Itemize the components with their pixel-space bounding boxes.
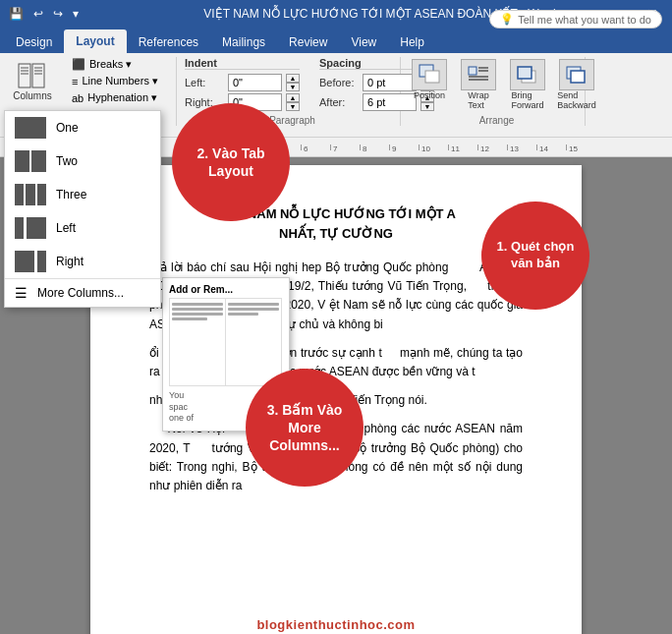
columns-group: Columns [8, 57, 57, 105]
bring-forward-icon [510, 59, 545, 90]
more-columns-item[interactable]: ☰ More Columns... [5, 278, 160, 307]
indent-left-row: Left: ▲ ▼ [185, 74, 300, 91]
svg-rect-16 [518, 67, 532, 79]
callout-1: 1. Quét chọnvăn bản [481, 202, 589, 310]
one-col-label: One [56, 121, 79, 135]
tab-help[interactable]: Help [388, 31, 436, 53]
ruler-mark: 9 [389, 144, 419, 150]
breaks-label: Breaks ▾ [89, 58, 132, 71]
preview-line [228, 308, 279, 311]
send-backward-button[interactable]: Send Backward [556, 57, 597, 112]
preview-line [228, 313, 258, 316]
columns-dropdown: One Two Three Left Right ☰ More Columns.… [4, 110, 161, 308]
arrange-label: Arrange [409, 115, 585, 126]
callout-2: 2. Vào TabLayout [172, 103, 290, 221]
preview-text-line1: You [169, 390, 184, 400]
preview-line [172, 313, 223, 316]
ruler-mark: 12 [477, 144, 507, 150]
indent-left-down[interactable]: ▼ [286, 83, 300, 91]
one-col-icon [15, 117, 46, 139]
tell-me-bar[interactable]: 💡 Tell me what you want to do [489, 10, 662, 29]
save-btn[interactable]: 💾 [6, 6, 27, 22]
indent-left-label: Left: [185, 77, 224, 88]
bring-forward-button[interactable]: Bring Forward [507, 57, 548, 112]
undo-btn[interactable]: ↩ [30, 6, 46, 22]
indent-right-up[interactable]: ▲ [286, 93, 300, 102]
breaks-button[interactable]: ⬛ Breaks ▾ [69, 57, 161, 72]
columns-three-item[interactable]: Three [5, 178, 160, 211]
wrap-text-button[interactable]: Wrap Text [458, 57, 499, 112]
send-backward-icon [559, 59, 594, 90]
wrap-text-icon [461, 59, 496, 90]
ruler-mark: 10 [419, 144, 448, 150]
line-numbers-label: Line Numbers ▾ [82, 75, 158, 87]
indent-left-spinner[interactable]: ▲ ▼ [286, 74, 300, 91]
ruler-mark: 15 [566, 144, 595, 150]
ruler-mark: 8 [360, 144, 389, 150]
indent-group: Indent Left: ▲ ▼ Right: ▲ ▼ [185, 57, 300, 111]
right-col-label: Right [56, 255, 84, 268]
tab-references[interactable]: References [127, 31, 210, 53]
hyphenation-button[interactable]: ab Hyphenation ▾ [69, 90, 161, 105]
tab-layout[interactable]: Layout [64, 29, 126, 53]
tab-review[interactable]: Review [277, 31, 339, 53]
three-col-icon [15, 184, 46, 205]
columns-one-item[interactable]: One [5, 111, 160, 144]
tooltip-title: Add or Rem... [169, 284, 283, 295]
indent-right-down[interactable]: ▼ [286, 102, 300, 111]
ribbon-tab-bar: Design Layout References Mailings Review… [0, 28, 672, 53]
more-col-label: More Columns... [37, 286, 124, 300]
svg-rect-9 [425, 71, 439, 83]
bring-forward-label: Bring Forward [511, 90, 543, 110]
indent-title: Indent [185, 57, 300, 70]
columns-label: Columns [13, 90, 51, 101]
indent-right-spinner[interactable]: ▲ ▼ [286, 93, 300, 111]
ruler-mark: 14 [536, 144, 566, 150]
tab-view[interactable]: View [339, 31, 388, 53]
indent-left-input[interactable] [228, 74, 282, 91]
indent-left-up[interactable]: ▲ [286, 74, 300, 83]
line-numbers-icon: ≡ [72, 76, 78, 87]
preview-text-line3: one of [169, 413, 194, 423]
columns-two-item[interactable]: Two [5, 144, 160, 178]
send-backward-label: Send Backward [557, 90, 596, 110]
preview-line [172, 303, 223, 306]
tell-me-text[interactable]: Tell me what you want to do [518, 14, 651, 26]
watermark: blogkienthuctinhoc.com [0, 617, 672, 632]
spacing-after-label: After: [319, 96, 359, 108]
redo-btn[interactable]: ↪ [50, 6, 66, 22]
lightbulb-icon: 💡 [500, 13, 514, 26]
callout-1-text: 1. Quét chọnvăn bản [497, 239, 575, 272]
ruler-mark: 7 [330, 144, 360, 150]
tab-design[interactable]: Design [4, 31, 64, 53]
breaks-icon: ⬛ [72, 58, 85, 71]
callout-3: 3. Bấm VàoMoreColumns... [246, 369, 364, 487]
callout-2-text: 2. Vào TabLayout [197, 144, 265, 180]
preview-image [169, 298, 282, 386]
two-col-icon [15, 150, 46, 172]
columns-right-item[interactable]: Right [5, 245, 160, 278]
position-label: Position [414, 90, 445, 100]
svg-rect-10 [469, 67, 476, 75]
hyphenation-label: Hyphenation ▾ [87, 91, 157, 104]
preview-line [172, 317, 207, 320]
more-col-icon: ☰ [15, 285, 28, 301]
two-col-label: Two [56, 154, 78, 168]
line-numbers-button[interactable]: ≡ Line Numbers ▾ [69, 74, 161, 88]
preview-col-right [226, 299, 281, 385]
preview-text-line2: spac [169, 402, 188, 412]
preview-col-left [170, 299, 226, 385]
preview-line [228, 303, 279, 306]
columns-left-item[interactable]: Left [5, 211, 160, 245]
columns-icon [17, 61, 48, 90]
arrange-buttons: Position Wrap Text [409, 57, 597, 112]
svg-rect-18 [571, 71, 585, 83]
tab-mailings[interactable]: Mailings [210, 31, 277, 53]
three-col-label: Three [56, 188, 86, 202]
page-setup-controls: ⬛ Breaks ▾ ≡ Line Numbers ▾ ab Hyphenati… [69, 57, 161, 105]
left-col-icon [15, 217, 46, 239]
position-button[interactable]: Position [409, 57, 450, 112]
columns-button[interactable]: Columns [8, 57, 57, 105]
arrange-group: Position Wrap Text [409, 57, 586, 126]
customize-btn[interactable]: ▾ [70, 6, 82, 22]
